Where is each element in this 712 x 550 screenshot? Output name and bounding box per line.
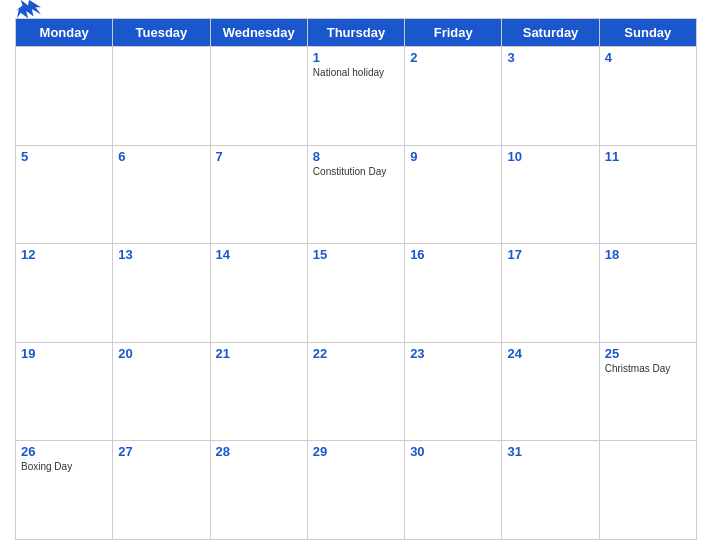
day-number: 12	[21, 247, 107, 262]
day-number: 20	[118, 346, 204, 361]
table-row: 26Boxing Day	[16, 441, 113, 540]
calendar-week-row: 19202122232425Christmas Day	[16, 342, 697, 441]
table-row: 5	[16, 145, 113, 244]
day-number: 6	[118, 149, 204, 164]
table-row: 7	[210, 145, 307, 244]
day-number: 21	[216, 346, 302, 361]
table-row: 6	[113, 145, 210, 244]
weekday-header: Wednesday	[210, 19, 307, 47]
day-number: 16	[410, 247, 496, 262]
table-row: 22	[307, 342, 404, 441]
table-row: 15	[307, 244, 404, 343]
day-number: 27	[118, 444, 204, 459]
calendar-week-row: 26Boxing Day2728293031	[16, 441, 697, 540]
table-row: 14	[210, 244, 307, 343]
weekday-header: Thursday	[307, 19, 404, 47]
table-row: 23	[405, 342, 502, 441]
table-row: 8Constitution Day	[307, 145, 404, 244]
table-row: 9	[405, 145, 502, 244]
table-row: 1National holiday	[307, 47, 404, 146]
day-number: 26	[21, 444, 107, 459]
day-number: 8	[313, 149, 399, 164]
table-row: 16	[405, 244, 502, 343]
day-number: 5	[21, 149, 107, 164]
calendar-header-row: MondayTuesdayWednesdayThursdayFridaySatu…	[16, 19, 697, 47]
table-row: 19	[16, 342, 113, 441]
day-number: 29	[313, 444, 399, 459]
weekday-header: Friday	[405, 19, 502, 47]
table-row	[599, 441, 696, 540]
table-row: 18	[599, 244, 696, 343]
table-row: 21	[210, 342, 307, 441]
table-row: 13	[113, 244, 210, 343]
table-row: 29	[307, 441, 404, 540]
calendar-week-row: 12131415161718	[16, 244, 697, 343]
table-row: 30	[405, 441, 502, 540]
svg-marker-0	[15, 0, 41, 18]
table-row: 28	[210, 441, 307, 540]
day-number: 28	[216, 444, 302, 459]
day-number: 9	[410, 149, 496, 164]
day-number: 23	[410, 346, 496, 361]
table-row: 25Christmas Day	[599, 342, 696, 441]
day-number: 13	[118, 247, 204, 262]
table-row	[113, 47, 210, 146]
day-number: 7	[216, 149, 302, 164]
weekday-header: Saturday	[502, 19, 599, 47]
calendar-week-row: 1National holiday234	[16, 47, 697, 146]
table-row: 12	[16, 244, 113, 343]
table-row: 24	[502, 342, 599, 441]
day-number: 1	[313, 50, 399, 65]
table-row: 17	[502, 244, 599, 343]
calendar-body: 1National holiday2345678Constitution Day…	[16, 47, 697, 540]
day-number: 18	[605, 247, 691, 262]
logo-bird-icon	[15, 0, 43, 22]
day-number: 15	[313, 247, 399, 262]
weekday-header: Monday	[16, 19, 113, 47]
holiday-label: National holiday	[313, 67, 399, 78]
day-number: 11	[605, 149, 691, 164]
table-row	[16, 47, 113, 146]
table-row: 10	[502, 145, 599, 244]
table-row: 11	[599, 145, 696, 244]
weekday-header: Sunday	[599, 19, 696, 47]
holiday-label: Constitution Day	[313, 166, 399, 177]
day-number: 19	[21, 346, 107, 361]
table-row: 2	[405, 47, 502, 146]
logo	[15, 0, 47, 22]
day-number: 3	[507, 50, 593, 65]
weekday-row: MondayTuesdayWednesdayThursdayFridaySatu…	[16, 19, 697, 47]
table-row: 3	[502, 47, 599, 146]
table-row: 31	[502, 441, 599, 540]
table-row: 27	[113, 441, 210, 540]
table-row	[210, 47, 307, 146]
day-number: 25	[605, 346, 691, 361]
day-number: 14	[216, 247, 302, 262]
day-number: 22	[313, 346, 399, 361]
day-number: 10	[507, 149, 593, 164]
holiday-label: Christmas Day	[605, 363, 691, 374]
table-row: 4	[599, 47, 696, 146]
holiday-label: Boxing Day	[21, 461, 107, 472]
day-number: 2	[410, 50, 496, 65]
calendar-table: MondayTuesdayWednesdayThursdayFridaySatu…	[15, 18, 697, 540]
day-number: 17	[507, 247, 593, 262]
table-row: 20	[113, 342, 210, 441]
day-number: 31	[507, 444, 593, 459]
day-number: 30	[410, 444, 496, 459]
day-number: 24	[507, 346, 593, 361]
day-number: 4	[605, 50, 691, 65]
calendar-week-row: 5678Constitution Day91011	[16, 145, 697, 244]
weekday-header: Tuesday	[113, 19, 210, 47]
